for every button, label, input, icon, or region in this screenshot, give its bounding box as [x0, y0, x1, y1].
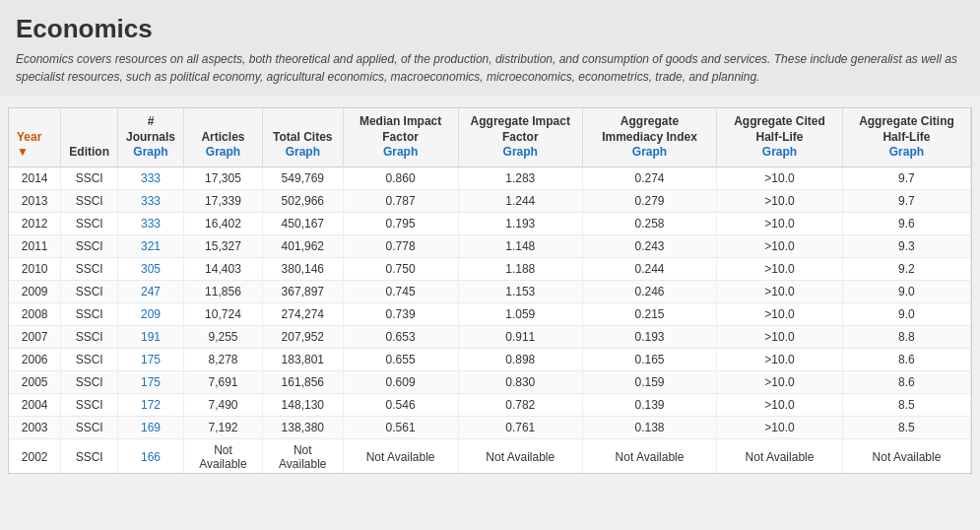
cell-agg-cited-hl: >10.0	[717, 325, 843, 348]
cell-journals[interactable]: 175	[118, 348, 184, 370]
cell-agg-if: 1.148	[458, 234, 582, 257]
cell-journals[interactable]: 166	[118, 438, 184, 473]
cell-articles: 7,192	[184, 416, 263, 438]
agg-imm-graph-link[interactable]: Graph	[632, 145, 667, 159]
cell-edition: SSCI	[61, 416, 118, 438]
cell-agg-cited-hl: Not Available	[717, 438, 843, 473]
cell-year: 2007	[9, 325, 61, 348]
cell-edition: SSCI	[61, 212, 118, 234]
cell-total-cites: 549,769	[262, 166, 343, 189]
col-total-cites: Total CitesGraph	[262, 108, 343, 166]
table-scroll-wrapper[interactable]: Year ▼ Edition #JournalsGraph ArticlesGr…	[9, 108, 971, 473]
agg-if-graph-link[interactable]: Graph	[503, 145, 538, 159]
cell-total-cites: 161,856	[262, 370, 343, 393]
cell-agg-citing-hl: 9.6	[842, 212, 970, 234]
cell-journals[interactable]: 333	[118, 212, 184, 234]
journals-value-link[interactable]: 169	[141, 421, 161, 434]
journals-value-link[interactable]: 333	[141, 194, 161, 208]
cell-articles: 11,856	[184, 280, 263, 302]
cell-articles: 7,490	[184, 393, 263, 416]
col-agg-imm: Aggregate Immediacy IndexGraph	[582, 108, 716, 166]
cell-agg-cited-hl: >10.0	[717, 212, 843, 234]
table-row: 2004SSCI1727,490148,1300.5460.7820.139>1…	[9, 393, 971, 416]
cell-agg-citing-hl: 9.7	[842, 189, 970, 212]
cell-total-cites: 207,952	[262, 325, 343, 348]
cell-journals[interactable]: 247	[118, 280, 184, 302]
agg-citing-hl-graph-link[interactable]: Graph	[889, 145, 924, 159]
cell-agg-cited-hl: >10.0	[717, 393, 843, 416]
cell-total-cites: 401,962	[262, 234, 343, 257]
cell-journals[interactable]: 305	[118, 257, 184, 280]
cell-agg-imm: 0.215	[582, 302, 716, 325]
cell-articles: 16,402	[184, 212, 263, 234]
cell-agg-citing-hl: 8.6	[842, 348, 970, 370]
cell-median-if: Not Available	[343, 438, 458, 473]
cell-journals[interactable]: 333	[118, 166, 184, 189]
cell-journals[interactable]: 321	[118, 234, 184, 257]
journals-value-link[interactable]: 247	[141, 285, 161, 298]
journals-value-link[interactable]: 191	[141, 330, 161, 344]
total-cites-graph-link[interactable]: Graph	[286, 145, 320, 159]
cell-journals[interactable]: 175	[118, 370, 184, 393]
journals-value-link[interactable]: 305	[141, 262, 161, 276]
journals-graph-link[interactable]: Graph	[133, 145, 167, 159]
cell-year: 2004	[9, 393, 61, 416]
cell-year: 2005	[9, 370, 61, 393]
table-row: 2007SSCI1919,255207,9520.6530.9110.193>1…	[9, 325, 971, 348]
cell-agg-cited-hl: >10.0	[717, 257, 843, 280]
cell-edition: SSCI	[61, 302, 118, 325]
agg-cited-hl-graph-link[interactable]: Graph	[762, 145, 797, 159]
cell-agg-citing-hl: 9.2	[842, 257, 970, 280]
cell-articles: 10,724	[184, 302, 263, 325]
page-title: Economics	[16, 14, 964, 44]
table-row: 2003SSCI1697,192138,3800.5610.7610.138>1…	[9, 416, 971, 438]
cell-year: 2011	[9, 234, 61, 257]
cell-agg-cited-hl: >10.0	[717, 189, 843, 212]
journals-value-link[interactable]: 333	[141, 171, 161, 185]
table-container: Year ▼ Edition #JournalsGraph ArticlesGr…	[8, 107, 972, 474]
cell-year: 2012	[9, 212, 61, 234]
cell-agg-if: 0.911	[458, 325, 582, 348]
journals-value-link[interactable]: 175	[141, 353, 161, 366]
cell-journals[interactable]: 191	[118, 325, 184, 348]
cell-articles: 17,305	[184, 166, 263, 189]
cell-journals[interactable]: 172	[118, 393, 184, 416]
journals-value-link[interactable]: 209	[141, 307, 161, 321]
cell-agg-cited-hl: >10.0	[717, 370, 843, 393]
col-year[interactable]: Year ▼	[9, 108, 61, 166]
median-if-graph-link[interactable]: Graph	[383, 145, 418, 159]
journals-value-link[interactable]: 166	[141, 450, 161, 464]
cell-journals[interactable]: 169	[118, 416, 184, 438]
cell-year: 2013	[9, 189, 61, 212]
cell-journals[interactable]: 333	[118, 189, 184, 212]
cell-agg-citing-hl: 8.8	[842, 325, 970, 348]
cell-median-if: 0.750	[343, 257, 458, 280]
table-row: 2014SSCI33317,305549,7690.8601.2830.274>…	[9, 166, 971, 189]
journals-value-link[interactable]: 333	[141, 217, 161, 231]
table-row: 2010SSCI30514,403380,1460.7501.1880.244>…	[9, 257, 971, 280]
cell-agg-imm: 0.138	[582, 416, 716, 438]
table-row: 2008SSCI20910,724274,2740.7391.0590.215>…	[9, 302, 971, 325]
articles-graph-link[interactable]: Graph	[206, 145, 240, 159]
cell-agg-cited-hl: >10.0	[717, 280, 843, 302]
cell-year: 2006	[9, 348, 61, 370]
cell-year: 2002	[9, 438, 61, 473]
header-section: Economics Economics covers resources on …	[0, 0, 980, 96]
cell-agg-imm: 0.246	[582, 280, 716, 302]
cell-journals[interactable]: 209	[118, 302, 184, 325]
col-edition: Edition	[61, 108, 118, 166]
cell-year: 2003	[9, 416, 61, 438]
cell-median-if: 0.739	[343, 302, 458, 325]
cell-total-cites: 450,167	[262, 212, 343, 234]
cell-agg-imm: 0.165	[582, 348, 716, 370]
journals-value-link[interactable]: 321	[141, 239, 161, 253]
cell-agg-cited-hl: >10.0	[717, 416, 843, 438]
journals-value-link[interactable]: 172	[141, 398, 161, 412]
cell-agg-imm: Not Available	[582, 438, 716, 473]
cell-median-if: 0.787	[343, 189, 458, 212]
cell-median-if: 0.655	[343, 348, 458, 370]
cell-median-if: 0.609	[343, 370, 458, 393]
table-row: 2002SSCI166Not AvailableNot AvailableNot…	[9, 438, 971, 473]
journals-value-link[interactable]: 175	[141, 375, 161, 389]
cell-edition: SSCI	[61, 370, 118, 393]
